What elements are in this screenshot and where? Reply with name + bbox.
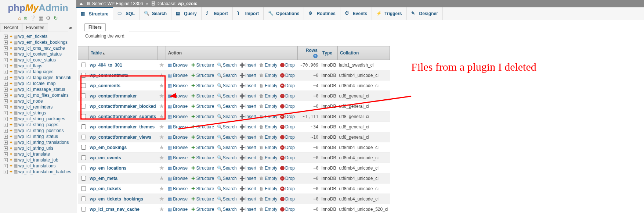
insert-link[interactable]: Insert (245, 124, 256, 129)
favorite-icon[interactable]: ★ (159, 82, 164, 89)
empty-link[interactable]: Empty (265, 196, 277, 202)
search-link[interactable]: Search (223, 135, 237, 140)
row-checkbox[interactable] (81, 186, 86, 191)
tree-item[interactable]: +✦▦wp_icl_translation_batches (4, 169, 76, 175)
favorite-icon[interactable]: ★ (159, 62, 164, 68)
table-name-link[interactable]: wp_icl_cms_nav_cache (90, 207, 140, 212)
tab-structure[interactable]: ▦Structure (76, 7, 113, 20)
tree-item[interactable]: +✦▦wp_icl_strings (4, 110, 76, 116)
empty-link[interactable]: Empty (265, 155, 277, 160)
expand-icon[interactable]: + (4, 158, 8, 162)
search-link[interactable]: Search (223, 63, 237, 68)
col-collation[interactable]: Collation (340, 50, 359, 56)
row-checkbox[interactable] (81, 104, 86, 109)
expand-icon[interactable]: + (4, 82, 8, 86)
search-link[interactable]: Search (223, 207, 237, 212)
browse-link[interactable]: Browse (173, 155, 188, 160)
empty-link[interactable]: Empty (265, 104, 277, 109)
table-name-link[interactable]: wp_em_meta (90, 176, 117, 181)
tree-item-label[interactable]: wp_icl_content_status (18, 52, 62, 57)
favorite-icon[interactable]: ★ (159, 113, 164, 120)
expand-icon[interactable]: + (4, 123, 8, 127)
table-name-link[interactable]: wp_em_tickets (90, 186, 121, 191)
expand-icon[interactable]: + (4, 40, 8, 45)
tree-item-label[interactable]: wp_em_tickets (18, 34, 47, 39)
structure-link[interactable]: Structure (196, 176, 214, 181)
empty-link[interactable]: Empty (265, 145, 277, 150)
tree-item-label[interactable]: wp_icl_translations (18, 163, 55, 168)
link-icon[interactable]: ⚭ (68, 25, 73, 32)
tree-item[interactable]: +✦▦wp_icl_locale_map (4, 81, 76, 86)
row-checkbox[interactable] (81, 155, 86, 160)
browse-link[interactable]: Browse (173, 166, 188, 171)
structure-link[interactable]: Structure (196, 93, 214, 99)
tree-item-label[interactable]: wp_icl_languages (18, 69, 53, 74)
insert-link[interactable]: Insert (245, 63, 256, 68)
table-name-link[interactable]: wp_comments (90, 83, 120, 88)
favorite-icon[interactable]: ★ (159, 124, 164, 130)
insert-link[interactable]: Insert (245, 135, 256, 140)
drop-link[interactable]: Drop (285, 124, 295, 129)
tree-item-label[interactable]: wp_icl_languages_translati (18, 75, 71, 80)
expand-icon[interactable]: + (4, 58, 8, 62)
tree-item[interactable]: +✦▦wp_icl_reminders (4, 104, 76, 110)
tree-item[interactable]: +✦▦wp_em_tickets_bookings (4, 39, 76, 45)
drop-link[interactable]: Drop (285, 145, 295, 150)
tab-sql[interactable]: ▭SQL (113, 7, 140, 20)
tree-item[interactable]: +✦▦wp_icl_string_status (4, 134, 76, 139)
search-link[interactable]: Search (223, 73, 237, 78)
row-checkbox[interactable] (81, 166, 86, 170)
row-checkbox[interactable] (81, 207, 86, 212)
col-rows[interactable]: Rows (306, 48, 318, 53)
tree-item-label[interactable]: wp_icl_string_status (18, 134, 58, 139)
tree-item-label[interactable]: wp_icl_locale_map (18, 81, 55, 86)
empty-link[interactable]: Empty (265, 135, 277, 140)
tree-item[interactable]: +✦▦wp_icl_translations (4, 163, 76, 169)
reload-icon[interactable]: ↻ (54, 15, 58, 21)
expand-icon[interactable]: + (4, 117, 8, 121)
browse-link[interactable]: Browse (173, 73, 188, 78)
expand-icon[interactable]: + (4, 141, 8, 145)
filter-input[interactable] (129, 32, 180, 40)
favorite-icon[interactable]: ★ (159, 144, 164, 150)
tree-item-label[interactable]: wp_icl_string_urls (18, 146, 53, 151)
tree-item[interactable]: +✦▦wp_icl_translate (4, 151, 76, 157)
tree-item-label[interactable]: wp_icl_reminders (18, 104, 53, 110)
tab-search[interactable]: 🔍Search (140, 7, 171, 20)
tree-item[interactable]: +✦▦wp_icl_string_translations (4, 139, 76, 145)
structure-link[interactable]: Structure (196, 196, 214, 202)
help-icon[interactable]: ? (313, 54, 318, 58)
row-checkbox[interactable] (81, 93, 86, 98)
browse-link[interactable]: Browse (173, 186, 188, 191)
insert-link[interactable]: Insert (245, 73, 256, 78)
empty-link[interactable]: Empty (265, 114, 277, 119)
table-name-link[interactable]: wp_em_events (90, 155, 121, 160)
expand-icon[interactable]: + (4, 88, 8, 92)
structure-link[interactable]: Structure (196, 63, 214, 68)
drop-link[interactable]: Drop (285, 104, 295, 109)
table-name-link[interactable]: wp_commentmeta (90, 73, 129, 78)
empty-link[interactable]: Empty (265, 93, 277, 99)
drop-link[interactable]: Drop (285, 186, 295, 191)
search-link[interactable]: Search (223, 166, 237, 171)
browse-link[interactable]: Browse (173, 196, 188, 202)
tab-import[interactable]: ⤵Import (233, 7, 264, 20)
structure-link[interactable]: Structure (196, 124, 214, 129)
tree-item[interactable]: +✦▦wp_icl_mo_files_domains (4, 92, 76, 98)
drop-link[interactable]: Drop (285, 196, 295, 202)
insert-link[interactable]: Insert (245, 114, 256, 119)
row-checkbox[interactable] (81, 73, 86, 78)
tree-item-label[interactable]: wp_icl_string_pages (18, 122, 58, 127)
tree-item[interactable]: +✦▦wp_icl_string_positions (4, 128, 76, 134)
tree-item-label[interactable]: wp_em_tickets_bookings (18, 40, 68, 45)
structure-link[interactable]: Structure (196, 155, 214, 160)
tree-item[interactable]: +✦▦wp_icl_translate_job (4, 157, 76, 163)
tree-item-label[interactable]: wp_icl_string_packages (18, 116, 65, 121)
browse-link[interactable]: Browse (173, 135, 188, 140)
search-link[interactable]: Search (223, 155, 237, 160)
expand-icon[interactable]: + (4, 146, 8, 150)
tab-export[interactable]: ⤴Export (202, 7, 233, 20)
browse-link[interactable]: Browse (173, 124, 188, 129)
tree-item[interactable]: +✦▦wp_em_tickets (4, 33, 76, 39)
expand-icon[interactable]: + (4, 111, 8, 115)
